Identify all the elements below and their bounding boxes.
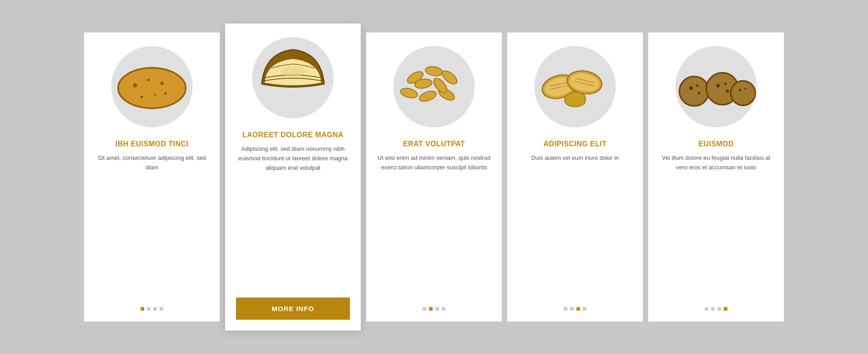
- svg-point-4: [160, 82, 164, 85]
- dot-4[interactable]: [160, 307, 163, 311]
- card-image-circle-3: [393, 46, 475, 127]
- card-title-3: ERAT VOLUTPAT: [403, 140, 465, 148]
- svg-point-36: [732, 82, 755, 104]
- svg-point-6: [141, 96, 143, 98]
- svg-point-38: [745, 88, 746, 89]
- card-description-3: Ut wisi enim ad minim veniam, quis nostr…: [377, 154, 491, 296]
- dots-1: [141, 307, 163, 311]
- card-description-4: Duis autem vel eum iriure dolor in: [531, 154, 619, 296]
- dots-5: [705, 307, 727, 311]
- dots-3: [423, 307, 445, 311]
- more-info-button[interactable]: MORE INFO: [236, 298, 350, 320]
- card-3: ERAT VOLUTPATUt wisi enim ad minim venia…: [366, 33, 502, 321]
- svg-point-33: [724, 82, 727, 85]
- card-title-2: LAOREET DOLORE MAGNA: [242, 131, 344, 139]
- card-5: EUISMODVel illum dolore eu feugiat nulla…: [648, 33, 784, 321]
- svg-point-28: [696, 84, 699, 87]
- svg-point-8: [280, 66, 305, 76]
- svg-point-3: [147, 79, 150, 81]
- dot-3[interactable]: [576, 307, 580, 311]
- card-image-circle-5: [675, 46, 757, 127]
- card-footer-5: [659, 307, 773, 311]
- dot-3[interactable]: [717, 307, 721, 311]
- dot-4[interactable]: [724, 307, 727, 311]
- card-1: IBH EUISMOD TINCISit amet, consectetuer …: [84, 33, 220, 321]
- svg-point-27: [689, 86, 693, 90]
- card-footer-4: [518, 307, 632, 311]
- svg-point-34: [726, 89, 729, 93]
- card-image-circle-2: [252, 37, 334, 118]
- dot-3[interactable]: [153, 307, 157, 311]
- card-footer-2: MORE INFO: [236, 298, 350, 320]
- card-image-circle-4: [534, 46, 616, 127]
- svg-point-37: [739, 88, 741, 91]
- dot-1[interactable]: [564, 307, 567, 311]
- card-title-5: EUISMOD: [698, 140, 734, 148]
- dot-2[interactable]: [711, 307, 715, 311]
- svg-point-32: [716, 84, 720, 87]
- dots-4: [564, 307, 586, 311]
- card-description-5: Vel illum dolore eu feugiat nulla facili…: [659, 154, 773, 296]
- card-description-1: Sit amet, consectetuer adipiscing elit, …: [95, 154, 209, 296]
- dot-2[interactable]: [147, 307, 151, 311]
- svg-point-29: [698, 92, 701, 94]
- svg-point-7: [154, 94, 156, 96]
- card-title-4: ADIPISCING ELIT: [543, 140, 607, 148]
- dot-3[interactable]: [435, 307, 439, 311]
- card-description-2: Adipiscing elit, sed diam nonummy nibh e…: [236, 144, 350, 287]
- dot-1[interactable]: [705, 307, 708, 311]
- dot-4[interactable]: [442, 307, 445, 311]
- dot-1[interactable]: [141, 307, 144, 311]
- card-title-1: IBH EUISMOD TINCI: [115, 140, 188, 148]
- card-4: ADIPISCING ELITDuis autem vel eum iriure…: [507, 33, 643, 321]
- dot-4[interactable]: [583, 307, 586, 311]
- card-footer-1: [95, 307, 209, 311]
- svg-point-10: [425, 65, 443, 77]
- dot-2[interactable]: [429, 307, 433, 311]
- cards-container: IBH EUISMOD TINCISit amet, consectetuer …: [57, 14, 811, 340]
- svg-point-2: [133, 84, 137, 88]
- card-2: LAOREET DOLORE MAGNAAdipiscing elit, sed…: [225, 23, 361, 331]
- svg-point-1: [119, 69, 184, 107]
- card-footer-3: [377, 307, 491, 311]
- dot-2[interactable]: [570, 307, 574, 311]
- svg-point-5: [164, 92, 167, 95]
- svg-point-12: [399, 86, 418, 99]
- svg-point-13: [418, 89, 438, 103]
- card-image-circle-1: [111, 46, 193, 127]
- svg-point-26: [680, 77, 708, 105]
- dot-1[interactable]: [423, 307, 426, 311]
